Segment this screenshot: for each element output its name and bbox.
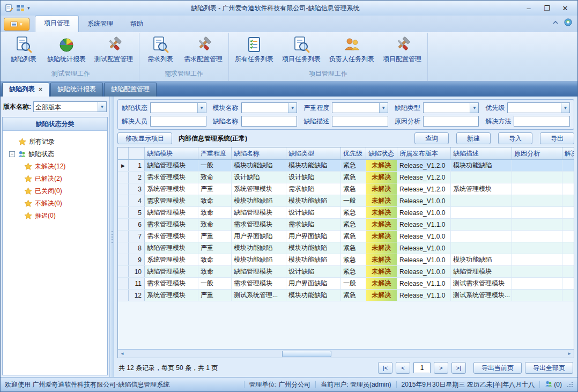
ribbon-button[interactable]: 需求配置管理 (180, 33, 227, 65)
filter-combo[interactable]: ▼ (241, 102, 298, 113)
grid-column-header[interactable]: 缺陷状态 (366, 147, 397, 159)
ribbon-button[interactable]: 缺陷列表 (4, 33, 43, 65)
tree-item[interactable]: 已解决(2) (5, 173, 105, 185)
tree-item[interactable]: 所有记录 (5, 136, 105, 148)
sidebar-splitter[interactable] (109, 97, 114, 377)
chevron-down-icon[interactable]: ▼ (561, 103, 569, 113)
ribbon-button[interactable]: 负责人任务列表 (325, 33, 379, 65)
ribbon-tab[interactable]: 帮助 (122, 17, 152, 32)
doc-tab[interactable]: 缺陷配置管理 (104, 83, 157, 97)
grid-corner-cell (118, 147, 129, 159)
ribbon-button[interactable]: 需求列表 (141, 33, 180, 65)
grid-cell: 缺陷管理模块 (232, 266, 286, 277)
table-row[interactable]: 12系统管理模块严重测试系统管理...模块功能缺陷紧急未解决Release_V1… (118, 290, 574, 301)
filter-input[interactable] (332, 116, 388, 127)
table-row[interactable]: 5缺陷管理模块致命缺陷管理模块设计缺陷紧急未解决Release_V1.0.0 (118, 207, 574, 219)
tree-item[interactable]: 推迟(0) (5, 210, 105, 222)
table-row[interactable]: 3系统管理模块严重系统管理模块需求缺陷紧急未解决Release_V1.2.0系统… (118, 183, 574, 195)
tree-item[interactable]: 未解决(12) (5, 160, 105, 173)
grid-column-header[interactable]: 缺陷类型 (286, 147, 341, 159)
grid-cell (512, 290, 562, 301)
grid-cell (562, 266, 574, 277)
first-page-button[interactable]: |< (378, 362, 392, 374)
ribbon-button[interactable]: 项目任务列表 (278, 33, 325, 65)
filter-input[interactable] (150, 116, 206, 127)
table-row[interactable]: 6需求管理模块致命需求管理模块需求缺陷紧急未解决Release_V1.1.0 (118, 219, 574, 231)
collapse-icon[interactable]: − (9, 151, 15, 157)
grid-cell (562, 172, 574, 183)
status-cell: 未解决 (366, 219, 397, 230)
new-button[interactable]: 新建 (456, 132, 491, 144)
grid-column-header[interactable]: 解决方法 (562, 147, 574, 159)
chevron-down-icon[interactable]: ▼ (470, 103, 478, 113)
resize-grip[interactable] (567, 381, 573, 388)
grid-column-header[interactable]: 所属发布版本 (397, 147, 451, 159)
table-row[interactable]: 2需求管理模块致命设计缺陷设计缺陷紧急未解决Release_V1.2.0 (118, 172, 574, 183)
grid-column-header[interactable]: 缺陷模块 (145, 147, 198, 159)
next-page-button[interactable]: > (434, 362, 448, 374)
minimize-button[interactable]: – (521, 3, 537, 13)
grid-column-header[interactable]: 优先级 (341, 147, 366, 159)
quick-access-grid-icon[interactable] (16, 4, 25, 12)
tools-icon (394, 36, 411, 53)
grid-column-header[interactable]: 严重程度 (198, 147, 232, 159)
table-row[interactable]: 10缺陷管理模块致命缺陷管理模块设计缺陷紧急未解决Release_V1.0.0缺… (118, 266, 574, 278)
chevron-down-icon[interactable]: ▼ (197, 103, 206, 113)
ribbon-button[interactable]: 项目配置管理 (379, 33, 426, 65)
star-icon (24, 175, 32, 183)
tree-item[interactable]: 已关闭(0) (5, 185, 105, 197)
export-current-page-button[interactable]: 导出当前页 (473, 362, 522, 374)
row-number: 10 (129, 266, 145, 277)
export-all-pages-button[interactable]: 导出全部页 (525, 362, 573, 374)
filter-combo[interactable]: ▼ (332, 102, 388, 113)
grid-column-header[interactable]: 缺陷描述 (451, 147, 512, 159)
ribbon-tab[interactable]: 系统管理 (79, 17, 122, 32)
version-combo[interactable]: 全部版本 ▼ (33, 101, 107, 112)
table-row[interactable]: 11需求管理模块一般需求管理模块用户界面缺陷一般未解决Release_V1.1.… (118, 278, 574, 290)
maximize-button[interactable]: ❐ (539, 3, 555, 13)
collapse-ribbon-icon[interactable] (552, 19, 559, 28)
close-tab-icon[interactable]: × (39, 86, 42, 93)
filter-input[interactable] (241, 116, 298, 127)
last-page-button[interactable]: >| (451, 362, 466, 374)
row-indicator (118, 172, 129, 183)
table-row[interactable]: 7需求管理模块严重用户界面缺陷用户界面缺陷紧急未解决Release_V1.0.0 (118, 231, 574, 242)
chevron-down-icon[interactable]: ▼ (379, 103, 388, 113)
filter-combo[interactable]: ▼ (507, 102, 570, 113)
scrollbar-thumb[interactable] (282, 351, 331, 357)
grid-cell: 需求缺陷 (286, 219, 341, 230)
modify-columns-button[interactable]: 修改显示项目 (117, 132, 172, 144)
help-icon[interactable] (564, 18, 572, 28)
chevron-down-icon[interactable]: ▼ (288, 103, 297, 113)
export-button[interactable]: 导出 (540, 132, 574, 144)
ribbon-tab[interactable]: 项目管理 (35, 16, 79, 32)
ribbon-button[interactable]: 测试配置管理 (90, 33, 137, 65)
filter-combo[interactable]: ▼ (423, 102, 479, 113)
grid-cell: 需求管理模块 (145, 231, 198, 242)
scroll-left-icon[interactable]: ◄ (118, 350, 127, 358)
filter-input[interactable] (423, 116, 479, 127)
filter-combo[interactable]: ▼ (150, 102, 206, 113)
grid-column-header[interactable]: 原因分析 (512, 147, 562, 159)
page-number-input[interactable] (413, 363, 431, 373)
ribbon-button[interactable]: 缺陷统计报表 (43, 33, 90, 65)
grid-column-header[interactable]: 缺陷名称 (232, 147, 286, 159)
filter-input[interactable] (514, 116, 570, 127)
import-button[interactable]: 导入 (498, 132, 532, 144)
tree-item[interactable]: −缺陷状态 (5, 148, 105, 160)
ribbon-button[interactable]: 所有任务列表 (231, 33, 278, 65)
table-row[interactable]: 8缺陷管理模块严重模块功能缺陷模块功能缺陷紧急未解决Release_V1.0.0 (118, 242, 574, 254)
horizontal-scrollbar[interactable]: ◄ ► (118, 349, 574, 358)
chevron-down-icon[interactable]: ▼ (98, 102, 106, 112)
table-row[interactable]: ▶1缺陷管理模块一般模块功能缺陷模块功能缺陷紧急未解决Release_V1.2.… (118, 160, 574, 172)
query-button[interactable]: 查询 (414, 132, 449, 144)
prev-page-button[interactable]: < (396, 362, 410, 374)
doc-tab[interactable]: 缺陷列表× (2, 83, 49, 97)
doc-tab[interactable]: 缺陷统计报表 (50, 83, 103, 97)
application-menu-button[interactable]: ▼ (4, 18, 29, 31)
table-row[interactable]: 9系统管理模块致命模块功能缺陷模块功能缺陷紧急未解决Release_V1.0.0… (118, 254, 574, 266)
table-row[interactable]: 4需求管理模块致命模块功能缺陷模块功能缺陷一般未解决Release_V1.0.0 (118, 195, 574, 207)
tree-item[interactable]: 不解决(0) (5, 197, 105, 210)
close-button[interactable]: ✕ (557, 3, 573, 13)
scroll-right-icon[interactable]: ► (565, 350, 574, 358)
